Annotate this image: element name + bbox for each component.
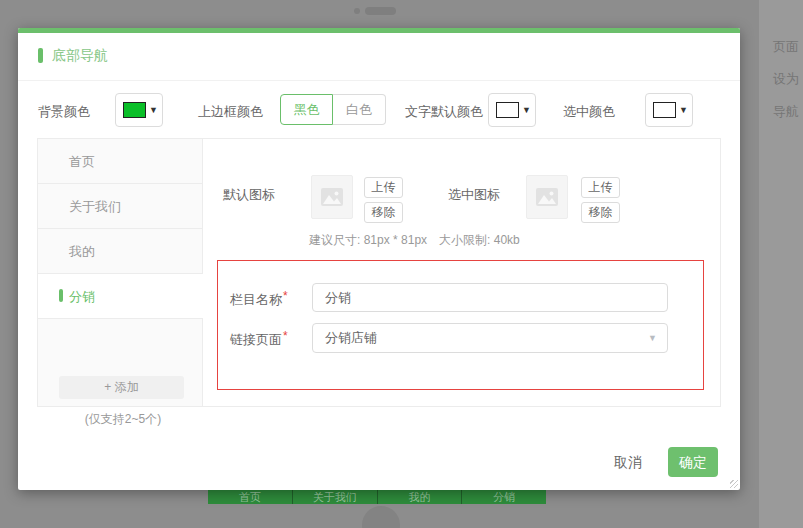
link-page-label-text: 链接页面 [230,332,282,347]
nav-item-editor-panel: 首页 关于我们 我的 分销 + 添加 默认图标 上传 移除 选中图标 [37,138,721,407]
caret-down-icon: ▼ [679,105,688,115]
selected-icon-remove-button[interactable]: 移除 [581,202,620,223]
dialog-title: 底部导航 [52,47,108,65]
bg-color-label: 背景颜色 [38,103,90,121]
selected-icon-label: 选中图标 [448,186,500,204]
background-circle-widget [362,506,400,528]
text-color-picker[interactable]: ▼ [488,93,536,127]
link-page-selected-value: 分销店铺 [325,330,377,345]
background-label-nav: 导航 [773,103,799,121]
selected-color-swatch [653,102,676,118]
column-name-input[interactable] [312,283,668,312]
background-settings-panel: 页面 设为 导航 [759,0,803,528]
select-caret-down-icon: ▼ [648,324,657,352]
add-nav-item-button[interactable]: + 添加 [59,376,184,399]
background-label-set: 设为 [773,70,799,88]
sidebar-item-home[interactable]: 首页 [38,139,202,184]
default-icon-preview[interactable] [311,175,353,219]
sidebar-item-label: 分销 [69,289,95,304]
resize-handle[interactable] [730,480,738,488]
sidebar-item-mine[interactable]: 我的 [38,229,202,274]
border-color-toggle: 黑色 白色 [280,94,386,125]
image-placeholder-icon [320,187,344,207]
sidebar-item-about[interactable]: 关于我们 [38,184,202,229]
selected-icon-upload-button[interactable]: 上传 [581,177,620,198]
border-white-option[interactable]: 白色 [333,94,386,125]
caret-down-icon: ▼ [522,105,531,115]
nav-items-sidebar: 首页 关于我们 我的 分销 + 添加 [38,139,203,406]
size-hint-dimensions: 建议尺寸: 81px * 81px [309,233,427,247]
selected-color-picker[interactable]: ▼ [645,93,693,127]
title-marker-icon [38,48,43,63]
selected-color-label: 选中颜色 [563,103,615,121]
text-color-label: 文字默认颜色 [405,103,483,121]
dialog-accent-bar [18,28,740,33]
highlighted-form-section: 栏目名称* 链接页面* 分销店铺 ▼ [217,260,704,390]
sidebar-item-distribution[interactable]: 分销 [38,274,203,319]
image-placeholder-icon [535,187,559,207]
active-tab-marker-icon [59,289,63,302]
icon-size-hint: 建议尺寸: 81px * 81px大小限制: 40kb [309,232,520,249]
cancel-button[interactable]: 取消 [600,447,656,477]
tabs-limit-hint: (仅支持2~5个) [58,411,188,428]
background-dot [354,8,360,14]
column-name-label: 栏目名称* [230,289,288,309]
required-asterisk: * [283,289,288,303]
bg-color-picker[interactable]: ▼ [115,93,163,127]
default-icon-remove-button[interactable]: 移除 [364,202,403,223]
confirm-button[interactable]: 确定 [668,447,718,477]
bg-color-swatch [123,102,146,118]
border-black-option[interactable]: 黑色 [280,94,333,125]
caret-down-icon: ▼ [149,105,158,115]
bottom-nav-editor-dialog: 底部导航 × 背景颜色 ▼ 上边框颜色 黑色 白色 文字默认颜色 ▼ 选中颜色 … [18,28,740,490]
link-page-select[interactable]: 分销店铺 ▼ [312,323,668,353]
default-icon-upload-button[interactable]: 上传 [364,177,403,198]
link-page-label: 链接页面* [230,329,288,349]
nav-item-form-area: 默认图标 上传 移除 选中图标 上传 移除 建 [203,139,721,406]
column-name-label-text: 栏目名称 [230,292,282,307]
header-divider [18,80,740,81]
border-color-label: 上边框颜色 [198,103,263,121]
text-color-swatch [496,102,519,118]
required-asterisk: * [283,329,288,343]
background-pill [365,7,396,15]
background-label-page: 页面 [773,38,799,56]
selected-icon-preview[interactable] [526,175,568,219]
size-hint-filesize: 大小限制: 40kb [439,233,520,247]
default-icon-label: 默认图标 [223,186,275,204]
